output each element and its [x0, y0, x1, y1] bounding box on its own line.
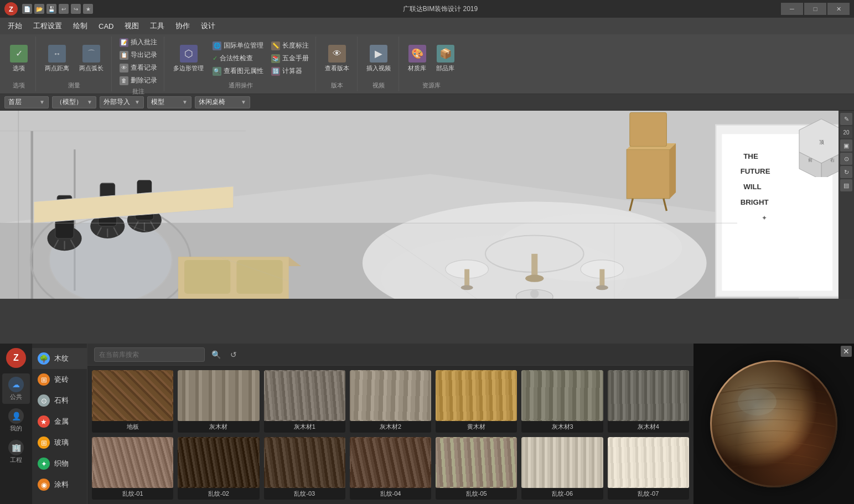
- hardware-handbook-button[interactable]: 📚 五金手册: [269, 53, 311, 64]
- save-icon[interactable]: 💾: [46, 4, 56, 14]
- minimize-button[interactable]: ─: [781, 3, 803, 15]
- material-gray-wood[interactable]: 灰木材: [178, 370, 259, 433]
- category-panel: 🌳 木纹 ⊞ 瓷砖 ⊙ 石料 ★ 金属 ⊞ 玻璃 ✦ 织物 ◉ 涂料: [32, 344, 87, 504]
- material-gray-wood2[interactable]: 灰木材2: [350, 370, 431, 433]
- category-wood[interactable]: 🌳 木纹: [32, 348, 87, 369]
- star-icon[interactable]: ★: [83, 4, 93, 14]
- export-record-button[interactable]: 📋 导出记录: [117, 49, 159, 61]
- material-gray-wood-label: 灰木材: [178, 421, 259, 433]
- search-input[interactable]: [94, 347, 205, 362]
- menu-cad[interactable]: CAD: [93, 20, 119, 33]
- svg-text:右: 右: [830, 158, 835, 163]
- floor-dropdown[interactable]: 首层 ▼: [4, 96, 49, 108]
- material-random01[interactable]: 乱纹-01: [92, 437, 173, 500]
- material-random01-thumb: [92, 437, 173, 488]
- paint-icon: ◉: [38, 479, 50, 491]
- view-record-button[interactable]: 👁 查看记录: [117, 62, 159, 74]
- menu-start[interactable]: 开始: [2, 19, 28, 33]
- model-dropdown[interactable]: （模型） ▼: [52, 96, 96, 108]
- menu-design[interactable]: 设计: [195, 19, 221, 33]
- sidebar-item-public[interactable]: ☁ 公共: [2, 373, 30, 404]
- category-stone[interactable]: ⊙ 石料: [32, 390, 87, 411]
- view-element-props-button[interactable]: 🔍 查看图元属性: [210, 65, 266, 77]
- type-dropdown[interactable]: 模型 ▼: [147, 96, 191, 108]
- material-random07-label: 乱纹-07: [608, 488, 689, 500]
- viewport[interactable]: THE FUTURE WILL BRIGHT ✦ 顶 右 前 ✎ 20 ▣: [0, 111, 854, 299]
- ribbon-group-video-label: 视频: [363, 80, 394, 91]
- view-version-button[interactable]: 👁 查看版本: [322, 43, 353, 75]
- redo-icon[interactable]: ↪: [71, 4, 81, 14]
- zoom-extents-button[interactable]: ▣: [840, 139, 852, 152]
- close-button[interactable]: ✕: [827, 3, 850, 15]
- material-random03[interactable]: 乱纹-03: [264, 437, 345, 500]
- material-random05-label: 乱纹-05: [436, 488, 517, 500]
- two-point-distance-button[interactable]: ↔ 两点距离: [42, 43, 73, 75]
- menu-project-settings[interactable]: 工程设置: [28, 19, 68, 33]
- delete-record-button[interactable]: 🗑 删除记录: [117, 75, 159, 86]
- material-gray-wood3-label: 灰木材3: [521, 421, 603, 433]
- length-annotation-label: 长度标注: [282, 41, 309, 50]
- category-fabric[interactable]: ✦ 织物: [32, 453, 87, 474]
- rotate-button[interactable]: ↻: [840, 166, 852, 178]
- sidebar-item-project[interactable]: 🏢 工程: [2, 437, 30, 467]
- sidebar-item-mine[interactable]: 👤 我的: [2, 405, 30, 435]
- refresh-button[interactable]: ↺: [227, 348, 240, 361]
- length-annotation-button[interactable]: 📏 长度标注: [269, 40, 311, 51]
- options-button[interactable]: ✓ 选项: [7, 43, 31, 75]
- glass-label: 玻璃: [54, 438, 69, 448]
- two-point-arc-button[interactable]: ⌒ 两点弧长: [76, 43, 107, 75]
- polygon-manage-button[interactable]: ⬡ 多边形管理: [170, 43, 207, 75]
- category-tile[interactable]: ⊞ 瓷砖: [32, 369, 87, 390]
- material-floor[interactable]: 地板: [92, 370, 173, 433]
- open-icon[interactable]: 📂: [34, 4, 44, 14]
- legality-check-button[interactable]: ✓ 合法性检查: [210, 53, 266, 64]
- insert-annotation-button[interactable]: 📝 插入批注: [117, 37, 159, 48]
- intl-units-button[interactable]: 🌐 国际单位管理: [210, 40, 266, 51]
- 3d-scene: THE FUTURE WILL BRIGHT ✦: [0, 111, 854, 299]
- parts-library-icon: 📦: [437, 45, 454, 63]
- material-yellow-wood[interactable]: 黄木材: [436, 370, 517, 433]
- menu-view[interactable]: 视图: [119, 19, 144, 33]
- annotation-buttons: 📝 插入批注 📋 导出记录 👁 查看记录 🗑 删除记录: [117, 37, 159, 86]
- material-random06[interactable]: 乱纹-06: [521, 437, 603, 500]
- material-random05[interactable]: 乱纹-05: [436, 437, 517, 500]
- insert-video-button[interactable]: ▶ 插入视频: [363, 43, 394, 75]
- glass-icon: ⊞: [38, 437, 50, 449]
- material-random04[interactable]: 乱纹-04: [350, 437, 431, 500]
- parts-library-button[interactable]: 📦 部品库: [433, 43, 458, 75]
- maximize-button[interactable]: □: [804, 3, 826, 15]
- intl-units-icon: 🌐: [213, 41, 221, 50]
- ribbon-group-annotation-content: 📝 插入批注 📋 导出记录 👁 查看记录 🗑 删除记录: [117, 37, 159, 86]
- menu-collaborate[interactable]: 协作: [170, 19, 195, 33]
- orbit-button[interactable]: ⊙: [840, 153, 852, 165]
- material-gray-wood4[interactable]: 灰木材4: [608, 370, 689, 433]
- material-yellow-wood-label: 黄木材: [436, 421, 517, 433]
- material-gray-wood2-label: 灰木材2: [350, 421, 431, 433]
- menu-tools[interactable]: 工具: [144, 19, 170, 33]
- material-gray-wood1[interactable]: 灰木材1: [264, 370, 345, 433]
- undo-icon[interactable]: ↩: [59, 4, 69, 14]
- svg-text:BRIGHT: BRIGHT: [741, 198, 769, 206]
- material-random07[interactable]: 乱纹-07: [608, 437, 689, 500]
- category-paint[interactable]: ◉ 涂料: [32, 474, 87, 495]
- search-button[interactable]: 🔍: [209, 348, 222, 361]
- category-glass[interactable]: ⊞ 玻璃: [32, 432, 87, 453]
- material-gray-wood3[interactable]: 灰木材3: [521, 370, 603, 433]
- pan-button[interactable]: ✎: [840, 113, 852, 125]
- material-library-button[interactable]: 🎨 材质库: [405, 43, 429, 75]
- ribbon-group-resources: 🎨 材质库 📦 部品库 资源库: [400, 37, 462, 91]
- calculator-button[interactable]: 🔢 计算器: [269, 65, 311, 77]
- material-random02[interactable]: 乱纹-02: [178, 437, 259, 500]
- close-preview-button[interactable]: ✕: [841, 346, 852, 357]
- new-icon[interactable]: 📄: [22, 4, 32, 14]
- grid-button[interactable]: ▤: [840, 179, 852, 191]
- ribbon-group-measure-label: 测量: [42, 80, 107, 91]
- svg-text:THE: THE: [743, 152, 758, 160]
- stone-icon: ⊙: [38, 394, 50, 407]
- category-metal[interactable]: ★ 金属: [32, 411, 87, 432]
- delete-record-label: 删除记录: [131, 76, 157, 85]
- menu-draw[interactable]: 绘制: [68, 19, 93, 33]
- furniture-dropdown[interactable]: 休闲桌椅 ▼: [195, 96, 250, 108]
- import-dropdown[interactable]: 外部导入 ▼: [100, 96, 144, 108]
- ribbon-group-options: ✓ 选项 选项: [2, 37, 36, 91]
